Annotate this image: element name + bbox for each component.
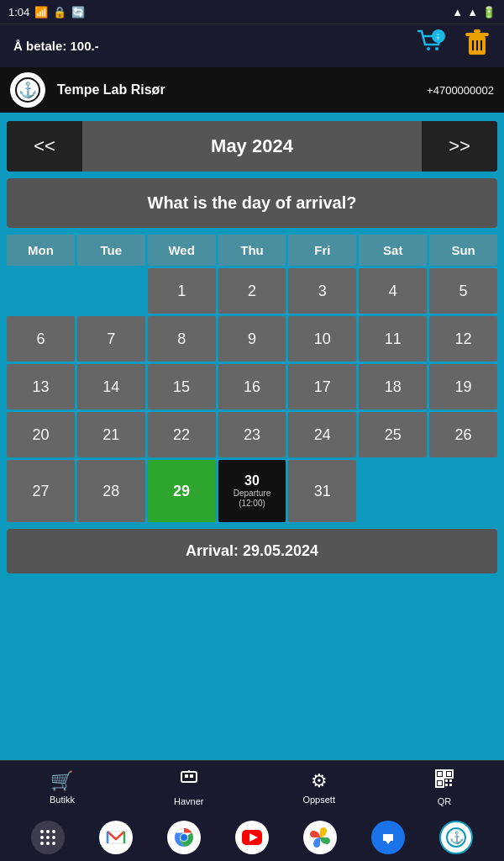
sim-icon: 📶 [34, 6, 48, 18]
svg-rect-17 [438, 772, 442, 776]
day-25[interactable]: 25 [359, 412, 427, 457]
status-time: 1:04 [8, 6, 29, 18]
qr-nav-icon [434, 769, 454, 794]
day-9[interactable]: 9 [218, 316, 286, 362]
svg-rect-15 [190, 774, 193, 778]
bottom-nav: 🛒 Butikk Havner ⚙ Oppsett [0, 760, 504, 814]
svg-rect-22 [445, 779, 448, 782]
svg-rect-24 [445, 784, 448, 786]
svg-text:⚓: ⚓ [449, 831, 465, 845]
next-month-button[interactable]: >> [422, 121, 497, 172]
day-21[interactable]: 21 [77, 412, 145, 457]
prev-month-button[interactable]: << [7, 121, 82, 172]
svg-rect-19 [447, 772, 451, 776]
day-19[interactable]: 19 [429, 364, 497, 409]
sync-icon: 🔄 [71, 6, 85, 18]
youtube-icon[interactable] [235, 821, 269, 854]
day-header-wed: Wed [148, 235, 216, 266]
day-23[interactable]: 23 [218, 412, 286, 457]
svg-rect-21 [438, 781, 442, 785]
day-20[interactable]: 20 [7, 412, 75, 457]
cart-nav-icon: 🛒 [50, 770, 73, 792]
day-16[interactable]: 16 [218, 364, 286, 409]
svg-text:⚓: ⚓ [18, 81, 38, 99]
anchor-app-icon[interactable]: ⚓ [439, 821, 473, 854]
calendar-grid: Mon Tue Wed Thu Fri Sat Sun 1 2 3 4 5 6 … [7, 235, 497, 522]
trash-icon[interactable] [464, 28, 491, 64]
svg-point-2 [427, 47, 430, 50]
battery-icon: 🔋 [482, 6, 496, 18]
store-name: Tempe Lab Risør [57, 82, 415, 98]
day-header-sun: Sun [429, 235, 497, 266]
nav-butikk[interactable]: 🛒 Butikk [39, 767, 85, 808]
apps-grid-icon[interactable] [31, 821, 65, 854]
harbor-nav-icon [179, 769, 199, 794]
day-24[interactable]: 24 [288, 412, 356, 457]
day-1[interactable]: 1 [148, 268, 216, 314]
gmail-icon[interactable] [99, 821, 133, 854]
day-5[interactable]: 5 [429, 268, 497, 314]
day-28[interactable]: 28 [77, 460, 145, 522]
day-29-selected[interactable]: 29 [148, 460, 216, 522]
nav-qr-label: QR [438, 796, 452, 806]
day-26[interactable]: 26 [429, 412, 497, 457]
day-11[interactable]: 11 [359, 316, 427, 362]
chrome-icon[interactable] [167, 821, 201, 854]
day-header-mon: Mon [7, 235, 75, 266]
svg-point-33 [46, 842, 50, 845]
day-header-thu: Thu [218, 235, 286, 266]
lock-icon: 🔒 [53, 6, 66, 18]
day-10[interactable]: 10 [288, 316, 356, 362]
day-6[interactable]: 6 [7, 316, 75, 362]
nav-havner-label: Havner [174, 796, 203, 806]
signal-icon: ▲ [467, 6, 478, 18]
nav-oppsett-label: Oppsett [302, 795, 335, 805]
settings-nav-icon: ⚙ [311, 770, 328, 792]
cart-add-icon[interactable]: + [417, 28, 447, 64]
store-header: ⚓ Tempe Lab Risør +4700000002 [0, 67, 504, 114]
google-photos-icon[interactable] [303, 821, 337, 854]
arrival-display: Arrival: 29.05.2024 [7, 529, 497, 573]
svg-rect-14 [185, 774, 188, 778]
svg-rect-12 [181, 772, 197, 782]
day-4[interactable]: 4 [359, 268, 427, 314]
day-2[interactable]: 2 [218, 268, 286, 314]
svg-point-3 [435, 47, 438, 50]
svg-rect-5 [465, 33, 489, 36]
month-title: May 2024 [82, 121, 422, 172]
day-13[interactable]: 13 [7, 364, 75, 409]
day-8[interactable]: 8 [148, 316, 216, 362]
day-empty-end1 [359, 460, 427, 522]
day-14[interactable]: 14 [77, 364, 145, 409]
day-12[interactable]: 12 [429, 316, 497, 362]
nav-butikk-label: Butikk [50, 795, 75, 805]
svg-point-34 [52, 842, 55, 845]
day-empty-end2 [429, 460, 497, 522]
day-18[interactable]: 18 [359, 364, 427, 409]
day-empty [7, 268, 75, 314]
wifi-icon: ▲ [452, 6, 463, 18]
nav-oppsett[interactable]: ⚙ Oppsett [292, 767, 345, 808]
svg-rect-23 [449, 779, 452, 782]
status-bar: 1:04 📶 🔒 🔄 ▲ ▲ 🔋 [0, 0, 504, 24]
day-header-sat: Sat [359, 235, 427, 266]
svg-point-30 [46, 836, 50, 839]
day-27[interactable]: 27 [7, 460, 75, 522]
svg-point-31 [52, 836, 55, 839]
messages-icon[interactable] [371, 821, 405, 854]
day-17[interactable]: 17 [288, 364, 356, 409]
svg-point-29 [40, 836, 44, 839]
day-31[interactable]: 31 [288, 460, 356, 522]
svg-rect-25 [449, 784, 452, 786]
day-7[interactable]: 7 [77, 316, 145, 362]
day-3[interactable]: 3 [288, 268, 356, 314]
svg-point-37 [181, 834, 187, 841]
day-22[interactable]: 22 [148, 412, 216, 457]
day-30-departure[interactable]: 30 Departure(12:00) [218, 460, 286, 522]
store-logo: ⚓ [10, 72, 45, 108]
day-header-tue: Tue [77, 235, 145, 266]
nav-havner[interactable]: Havner [164, 765, 213, 810]
nav-qr[interactable]: QR [424, 765, 465, 810]
svg-point-26 [40, 830, 44, 833]
day-15[interactable]: 15 [148, 364, 216, 409]
